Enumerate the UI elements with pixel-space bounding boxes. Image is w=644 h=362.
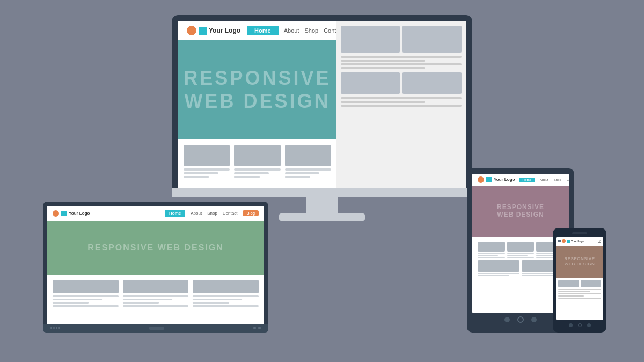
phone-img-2 <box>581 280 602 287</box>
text-line <box>507 253 535 254</box>
tablet-nav-shop[interactable]: Shop <box>554 178 561 181</box>
laptop-nav: Your Logo Home About Shop Contact Blog <box>47 206 264 221</box>
phone-menu-btn[interactable] <box>587 323 591 327</box>
text-line <box>558 289 601 290</box>
laptop-status-dot <box>258 327 261 329</box>
monitor-content <box>178 139 336 188</box>
phone-img-1 <box>558 280 579 287</box>
phone: Your Logo ↗ RESPONSIVE WEB DESIGN <box>553 228 606 333</box>
right-text-row <box>341 60 426 62</box>
text-line <box>558 293 601 294</box>
monitor-screen: Your Logo Home About Shop Contact Blog <box>178 21 466 188</box>
phone-content <box>556 278 603 301</box>
tablet-hero-text: RESPONSIVE WEB DESIGN <box>497 203 544 219</box>
text-line <box>234 172 269 174</box>
tablet-text-2 <box>507 253 535 258</box>
text-line <box>184 172 218 174</box>
laptop-nav-shop[interactable]: Shop <box>207 211 217 216</box>
text-line <box>285 168 331 171</box>
laptop-screen: Your Logo Home About Shop Contact Blog R… <box>47 206 264 324</box>
monitor-right-block-1 <box>341 26 400 53</box>
phone-col-1 <box>558 280 579 287</box>
tablet-nav-home[interactable]: Home <box>519 178 535 182</box>
tablet-text-1 <box>478 253 505 258</box>
right-text-row <box>341 63 462 65</box>
laptop-content <box>47 275 264 316</box>
monitor-left-panel: Your Logo Home About Shop Contact Blog <box>178 21 336 188</box>
monitor-nav-home[interactable]: Home <box>247 26 279 35</box>
monitor-img-1 <box>184 145 230 166</box>
laptop-dot <box>58 327 60 329</box>
right-text-row <box>341 67 426 69</box>
tablet-back-btn[interactable] <box>504 317 510 322</box>
text-line <box>478 253 505 254</box>
text-line <box>123 299 172 300</box>
text-line <box>53 302 89 304</box>
text-line <box>558 298 601 299</box>
monitor-logo-area: Your Logo <box>187 26 240 35</box>
monitor-hero-text: RESPONSIVE WEB DESIGN <box>178 67 336 113</box>
text-line <box>558 295 584 297</box>
laptop-trackpad[interactable] <box>149 327 164 330</box>
tablet-menu-btn[interactable] <box>531 317 537 322</box>
laptop-text-3 <box>193 295 259 307</box>
phone-border: Your Logo ↗ RESPONSIVE WEB DESIGN <box>553 228 606 333</box>
logo-square-icon <box>486 177 492 182</box>
monitor-right-block-4 <box>402 72 462 94</box>
text-line <box>193 305 259 307</box>
tablet-img-2 <box>507 242 535 252</box>
phone-content-row <box>558 280 601 287</box>
tablet-home-btn[interactable] <box>517 316 524 323</box>
laptop-nav-about[interactable]: About <box>191 211 202 216</box>
laptop-col-2 <box>123 280 189 307</box>
laptop-img-3 <box>193 280 259 293</box>
monitor-content-col-3 <box>285 145 331 178</box>
monitor-base <box>279 213 365 221</box>
phone-home-bar <box>556 323 603 327</box>
text-line <box>507 257 535 258</box>
laptop-dot <box>50 327 52 329</box>
laptop-content-grid <box>53 280 259 307</box>
logo-square-icon <box>199 27 207 35</box>
monitor-nav-shop[interactable]: Shop <box>304 27 318 34</box>
tablet-nav-about[interactable]: About <box>540 178 548 181</box>
monitor-right-block-2 <box>402 26 462 53</box>
laptop-nav-home[interactable]: Home <box>165 210 185 217</box>
text-line <box>53 295 119 297</box>
monitor-hero: RESPONSIVE WEB DESIGN <box>178 40 336 139</box>
monitor-nav-about[interactable]: About <box>284 27 299 34</box>
monitor: Your Logo Home About Shop Contact Blog <box>172 15 472 221</box>
monitor-img-2 <box>234 145 280 166</box>
monitor-nav: Your Logo Home About Shop Contact Blog <box>178 21 336 40</box>
tablet-nav-contact[interactable]: Contact <box>567 178 569 181</box>
logo-square-icon <box>567 240 570 243</box>
monitor-neck <box>306 197 338 213</box>
monitor-content-col-2 <box>234 145 280 178</box>
text-line <box>285 176 310 178</box>
laptop: Your Logo Home About Shop Contact Blog R… <box>43 202 268 333</box>
text-line <box>123 302 159 304</box>
monitor-right-row-2 <box>341 72 462 94</box>
laptop-screen-border: Your Logo Home About Shop Contact Blog R… <box>43 202 268 324</box>
phone-share-icon[interactable]: ↗ <box>598 240 601 243</box>
tablet-logo-text: Your Logo <box>494 177 515 182</box>
laptop-nav-blog[interactable]: Blog <box>243 210 259 216</box>
laptop-img-2 <box>123 280 189 293</box>
text-line <box>193 295 259 297</box>
phone-screen: Your Logo ↗ RESPONSIVE WEB DESIGN <box>556 237 603 320</box>
laptop-nav-contact[interactable]: Contact <box>223 211 238 216</box>
phone-col-2 <box>581 280 602 287</box>
monitor-text-lines-3 <box>285 168 331 178</box>
laptop-hero: RESPONSIVE WEB DESIGN <box>47 221 264 275</box>
phone-home-btn[interactable] <box>578 323 582 327</box>
phone-back-btn[interactable] <box>569 323 573 327</box>
laptop-img-1 <box>53 280 119 293</box>
monitor-img-3 <box>285 145 331 166</box>
logo-circle-icon <box>562 239 566 243</box>
tablet-lower-grid <box>478 260 564 276</box>
text-line <box>53 299 102 300</box>
text-line <box>234 168 280 171</box>
laptop-indicator-dots <box>50 327 60 329</box>
monitor-right-row-1 <box>341 26 462 53</box>
monitor-content-col-1 <box>184 145 230 178</box>
